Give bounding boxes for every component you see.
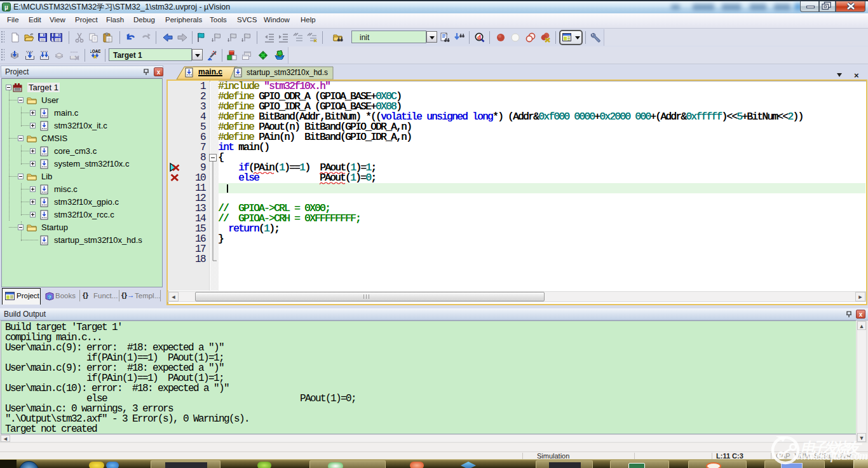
svg-text:?: ? — [48, 294, 51, 300]
